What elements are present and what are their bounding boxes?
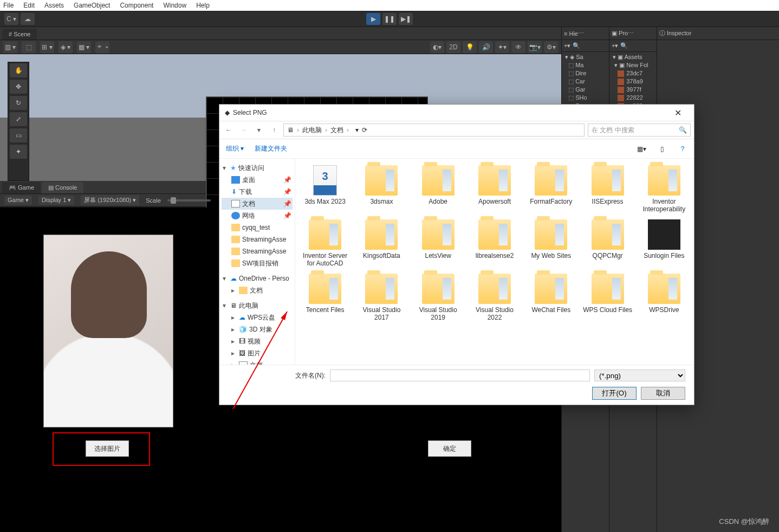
display-dropdown[interactable]: Display 1 ▾ bbox=[38, 196, 74, 205]
project-asset[interactable]: 378a9 bbox=[612, 77, 654, 86]
visibility-icon[interactable]: 👁 bbox=[511, 41, 525, 53]
nav-documents[interactable]: 文档📌 bbox=[222, 198, 293, 210]
close-icon[interactable]: ✕ bbox=[667, 106, 689, 120]
project-tab[interactable]: ▣ Pro bbox=[612, 30, 628, 37]
search-input[interactable]: 在 文档 中搜索🔍 bbox=[588, 124, 691, 137]
handle-icon[interactable]: ◈ ▾ bbox=[59, 41, 73, 53]
toggle-2d[interactable]: 2D bbox=[446, 41, 460, 53]
assets-root[interactable]: ▾ ▣ Assets bbox=[612, 53, 654, 61]
project-asset[interactable]: 3977f bbox=[612, 86, 654, 94]
audio-icon[interactable]: 🔊 bbox=[479, 41, 493, 53]
file-item[interactable]: FormatFactory bbox=[523, 163, 579, 215]
project-asset[interactable]: 23dc7 bbox=[612, 69, 654, 77]
menu-component[interactable]: Component bbox=[120, 2, 153, 9]
nav-folder[interactable]: ▸文档 bbox=[222, 284, 293, 296]
step-button[interactable]: ▶❚ bbox=[399, 13, 413, 25]
pause-button[interactable]: ❚❚ bbox=[382, 13, 397, 25]
hierarchy-add-icon[interactable]: +▾ bbox=[564, 42, 570, 49]
select-image-button[interactable]: 选择图片 bbox=[86, 440, 129, 457]
preview-pane-icon[interactable]: ▯ bbox=[657, 144, 667, 154]
nav-forward-icon[interactable]: → bbox=[238, 126, 250, 134]
open-button[interactable]: 打开(O) bbox=[592, 387, 637, 400]
hierarchy-search-icon[interactable]: 🔍 bbox=[573, 42, 580, 49]
grid-icon[interactable]: ▦ ▾ bbox=[77, 41, 91, 53]
file-item[interactable]: WeChat Files bbox=[523, 271, 579, 323]
hierarchy-item[interactable]: ⬚ SHo bbox=[564, 94, 607, 102]
lighting-icon[interactable]: ◐▾ bbox=[430, 41, 444, 53]
nav-folder[interactable]: SW项目报销 bbox=[222, 257, 293, 269]
menu-gameobject[interactable]: GameObject bbox=[74, 2, 110, 9]
file-item[interactable]: 33ds Max 2023 bbox=[297, 163, 353, 215]
menu-assets[interactable]: Assets bbox=[44, 2, 64, 9]
project-folder[interactable]: ▾ ▣ New Fol bbox=[612, 61, 654, 69]
project-asset[interactable]: 22822 bbox=[612, 94, 654, 102]
nav-back-icon[interactable]: ← bbox=[223, 126, 235, 134]
resolution-dropdown[interactable]: 屏幕 (1920x1080) ▾ bbox=[81, 195, 139, 205]
file-item[interactable]: WPSDrive bbox=[637, 271, 692, 323]
scale-tool-icon[interactable]: ⤢ bbox=[10, 112, 27, 126]
file-item[interactable]: IISExpress bbox=[580, 163, 635, 215]
file-item[interactable]: Adobe bbox=[411, 163, 466, 215]
nav-up-icon[interactable]: ↑ bbox=[268, 126, 280, 134]
organize-button[interactable]: 组织 ▾ bbox=[226, 144, 244, 153]
view-mode-icon[interactable]: ▦▾ bbox=[637, 144, 646, 154]
play-button[interactable]: ▶ bbox=[366, 13, 380, 25]
hierarchy-tab[interactable]: ≡ Hie bbox=[564, 30, 578, 37]
tab-game[interactable]: 🎮 Game bbox=[2, 182, 41, 193]
file-item[interactable]: 3dsmax bbox=[354, 163, 409, 215]
hierarchy-item[interactable]: ⬚ Ma bbox=[564, 61, 607, 69]
nav-folder[interactable]: cyqq_test bbox=[222, 222, 293, 233]
project-search-icon[interactable]: 🔍 bbox=[620, 42, 628, 49]
transform-tool-icon[interactable]: ✦ bbox=[10, 145, 27, 159]
scale-slider[interactable] bbox=[167, 199, 211, 202]
tab-scene[interactable]: # Scene bbox=[2, 29, 37, 40]
cloud-icon[interactable]: ☁ bbox=[21, 13, 35, 25]
tab-console[interactable]: ▤ Console bbox=[42, 182, 83, 193]
filetype-dropdown[interactable]: (*.png) bbox=[594, 369, 685, 381]
file-item[interactable]: Apowersoft bbox=[467, 163, 522, 215]
fx-icon[interactable]: ✦▾ bbox=[495, 41, 509, 53]
gizmos-icon[interactable]: ⚙▾ bbox=[544, 41, 558, 53]
rotate-tool-icon[interactable]: ↻ bbox=[10, 96, 27, 110]
file-item[interactable]: Inventor Server for AutoCAD bbox=[297, 217, 353, 269]
breadcrumb[interactable]: 🖥› 此电脑› 文档› ▾ ⟳ bbox=[283, 124, 585, 137]
file-item[interactable]: My Web Sites bbox=[523, 217, 579, 269]
file-item[interactable]: librealsense2 bbox=[467, 217, 522, 269]
pivot-icon[interactable]: ⊞ ▾ bbox=[40, 41, 54, 53]
file-item[interactable]: QQPCMgr bbox=[580, 217, 635, 269]
confirm-button[interactable]: 确定 bbox=[428, 440, 471, 457]
scene-root[interactable]: ▾ ◈ Sa bbox=[564, 53, 607, 61]
file-item[interactable]: LetsView bbox=[411, 217, 466, 269]
rect-tool-icon[interactable]: ▭ bbox=[10, 128, 27, 142]
nav-quick-access[interactable]: ▾★快速访问 bbox=[222, 162, 293, 174]
hierarchy-item[interactable]: ⬚ Car bbox=[564, 77, 607, 86]
hierarchy-item[interactable]: ⬚ Dire bbox=[564, 69, 607, 77]
refresh-icon[interactable]: ⟳ bbox=[362, 126, 367, 134]
menu-help[interactable]: Help bbox=[196, 2, 210, 9]
draw-mode-icon[interactable]: ⬚ bbox=[22, 41, 36, 53]
file-item[interactable]: Sunlogin Files bbox=[637, 217, 692, 269]
snap-icon[interactable]: ⫩ ▾ bbox=[95, 41, 109, 53]
menu-file[interactable]: File bbox=[3, 2, 14, 9]
shading-mode[interactable]: ▥ ▾ bbox=[3, 41, 17, 53]
inspector-tab[interactable]: ⓘ Inspector bbox=[659, 29, 691, 37]
filename-input[interactable] bbox=[330, 369, 590, 381]
file-item[interactable]: Visual Studio 2019 bbox=[411, 271, 466, 323]
menu-window[interactable]: Window bbox=[163, 2, 186, 9]
bulb-icon[interactable]: 💡 bbox=[463, 41, 477, 53]
nav-desktop[interactable]: 桌面📌 bbox=[222, 174, 293, 186]
file-item[interactable]: Tencent Files bbox=[297, 271, 353, 323]
hierarchy-item[interactable]: ⬚ Gar bbox=[564, 86, 607, 94]
file-item[interactable]: KingsoftData bbox=[354, 217, 409, 269]
help-icon[interactable]: ? bbox=[678, 144, 687, 154]
game-dropdown[interactable]: Game ▾ bbox=[4, 196, 32, 205]
move-tool-icon[interactable]: ✥ bbox=[10, 80, 27, 94]
nav-recent-icon[interactable]: ▾ bbox=[253, 126, 265, 134]
nav-onedrive[interactable]: ▾☁OneDrive - Perso bbox=[222, 273, 293, 284]
project-add-icon[interactable]: +▾ bbox=[612, 42, 618, 49]
crumb-dropdown-icon[interactable]: ▾ bbox=[355, 126, 359, 134]
file-item[interactable]: Visual Studio 2022 bbox=[467, 271, 522, 323]
account-button[interactable]: C ▾ bbox=[4, 13, 18, 25]
nav-downloads[interactable]: ⬇下载📌 bbox=[222, 186, 293, 198]
nav-folder[interactable]: StreamingAsse bbox=[222, 245, 293, 257]
